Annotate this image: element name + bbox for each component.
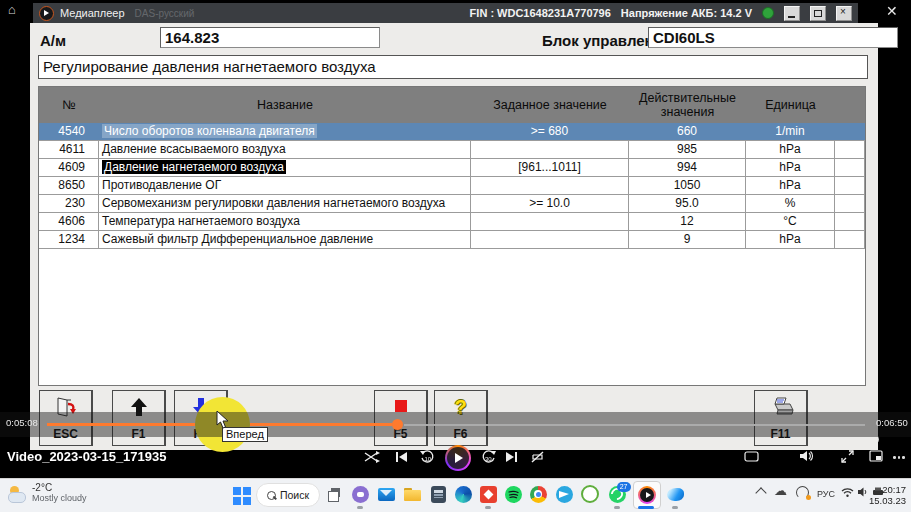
col-header-target: Заданное значение (471, 87, 629, 123)
active-indicator (638, 506, 654, 509)
subtitles-icon[interactable] (744, 451, 759, 462)
wifi-icon[interactable] (841, 487, 854, 499)
col-header-unit: Единица (746, 87, 835, 123)
home-icon[interactable]: ⌂ (8, 2, 16, 17)
repeat-off-icon[interactable] (530, 451, 545, 463)
col-header-actual: Действительные значения (629, 87, 746, 123)
vehicle-fin: FIN : WDC1648231A770796 (470, 7, 611, 19)
sync-icon[interactable] (796, 486, 809, 499)
chat-app-icon[interactable] (350, 484, 370, 504)
running-indicator (357, 506, 363, 509)
search-icon (267, 491, 276, 500)
mail-app-icon[interactable] (376, 484, 396, 504)
player-titlebar: Медиаплеер DAS-русский FIN : WDC1648231A… (33, 3, 858, 23)
skip-previous-icon[interactable] (395, 451, 408, 463)
svg-text:30: 30 (485, 456, 492, 462)
weather-widget[interactable] (8, 485, 30, 505)
volume-icon[interactable] (800, 450, 814, 462)
seek-handle[interactable] (392, 419, 403, 430)
running-indicator (672, 506, 678, 509)
whatsapp-app-icon[interactable]: 27 (607, 484, 627, 504)
calculator-app-icon[interactable] (428, 484, 448, 504)
table-row[interactable]: 8650 Противодавление ОГ 1050 hPa (39, 177, 865, 195)
whatsapp-badge: 27 (617, 482, 631, 492)
telegram-app-icon[interactable] (554, 484, 574, 504)
battery-voltage: Напряжение АКБ: 14.2 V (621, 7, 752, 19)
minimize-button[interactable] (784, 6, 800, 21)
media-player-app-icon[interactable] (633, 481, 661, 509)
col-header-name: Название (99, 87, 471, 123)
running-indicator (485, 506, 491, 509)
skip-next-icon[interactable] (505, 451, 518, 463)
media-player-logo-icon (39, 6, 54, 21)
table-row[interactable]: 1234 Сажевый фильтр Дифференциальное дав… (39, 231, 865, 249)
taskbar-clock[interactable]: 20:17 15.03.23 (860, 484, 906, 506)
table-row[interactable]: 230 Сервомеханизм регулировки давления н… (39, 195, 865, 213)
seek-remaining[interactable] (404, 424, 865, 426)
player-title: Медиаплеер (60, 7, 125, 19)
svg-text:10: 10 (425, 456, 432, 462)
seek-progress[interactable] (47, 423, 195, 426)
forward-30-icon[interactable]: 30 (481, 450, 496, 464)
play-button[interactable] (445, 445, 471, 471)
file-explorer-icon[interactable] (402, 484, 422, 504)
shuffle-icon[interactable] (364, 451, 380, 463)
vehicle-label: А/м (40, 32, 66, 49)
time-total: 0:06:50 (876, 417, 908, 428)
time-current: 0:05:08 (6, 417, 38, 428)
status-led-icon (762, 7, 774, 19)
background-window-title: DAS-русский (135, 8, 195, 19)
col-header-no: № (39, 87, 99, 123)
screen: ⌂ Медиаплеер DAS-русский FIN : WDC164823… (0, 0, 911, 512)
task-view-icon[interactable] (324, 484, 344, 504)
search-button[interactable]: Поиск (256, 483, 320, 507)
table-header: № Название Заданное значение Действитель… (39, 87, 865, 123)
weather-text[interactable]: -2°C Mostly cloudy (32, 482, 87, 503)
vehicle-field[interactable]: 164.823 (160, 27, 380, 48)
tray-expand-icon[interactable] (757, 484, 765, 497)
screen-title: Регулирование давления нагнетаемого возд… (38, 55, 868, 79)
more-options-icon[interactable] (893, 456, 905, 459)
ecu-field[interactable]: CDI60LS (648, 27, 898, 48)
mini-player-icon[interactable] (869, 450, 883, 462)
anydesk-app-icon[interactable] (478, 484, 498, 504)
table-row[interactable]: 4606 Температура нагнетаемого воздуха 12… (39, 213, 865, 231)
fullscreen-icon[interactable] (841, 450, 854, 463)
chrome-browser-icon[interactable] (528, 484, 548, 504)
spotify-app-icon[interactable] (503, 484, 523, 504)
replay-10-icon[interactable]: 10 (420, 450, 435, 464)
das-screen: А/м 164.823 Блок управления CDI60LS Регу… (30, 23, 878, 450)
video-title: Video_2023-03-15_171935 (7, 449, 167, 464)
utorrent-app-icon[interactable] (580, 484, 600, 504)
start-button[interactable] (233, 487, 251, 505)
table-row[interactable]: 4609 Давление нагнетаемого воздуха [961.… (39, 159, 865, 177)
onedrive-cloud-icon[interactable]: ☁ (774, 483, 787, 498)
measurement-table: № Название Заданное значение Действитель… (38, 86, 866, 386)
language-indicator[interactable]: РУС (817, 489, 835, 499)
stop-square-icon (375, 396, 426, 412)
restore-button[interactable] (810, 6, 826, 21)
edge-browser-icon[interactable] (453, 484, 473, 504)
table-row[interactable]: 4611 Давление всасываемого воздуха 985 h… (39, 141, 865, 159)
seek-progress[interactable] (250, 423, 392, 426)
mouse-cursor-icon (216, 411, 230, 433)
das-close-button[interactable] (836, 6, 852, 21)
player-close-icon[interactable]: ✕ (886, 4, 898, 18)
running-indicator (614, 506, 620, 509)
table-row[interactable]: 4540 Число оборотов коленвала двигателя … (39, 123, 865, 141)
blue-swoosh-app-icon[interactable] (665, 484, 685, 504)
